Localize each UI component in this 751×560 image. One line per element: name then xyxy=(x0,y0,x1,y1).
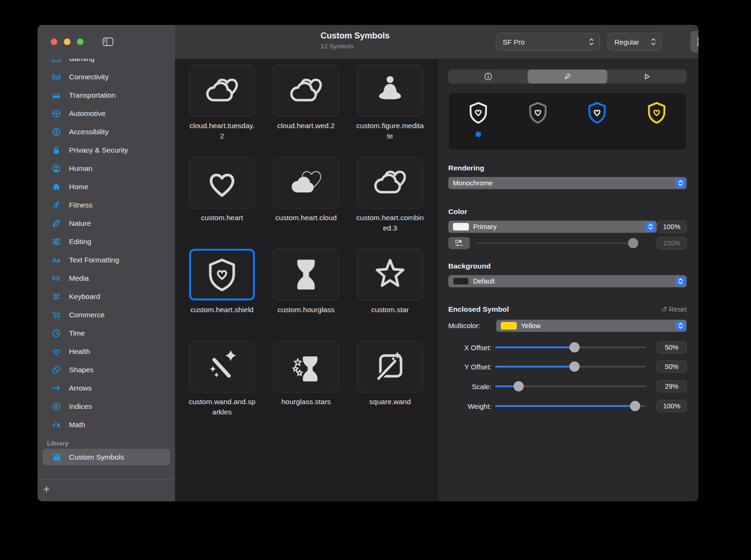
sidebar-item-label: Time xyxy=(69,329,85,338)
custom.figure.meditate-icon xyxy=(369,70,411,111)
weight-slider[interactable] xyxy=(495,400,646,412)
y-offset-slider[interactable] xyxy=(495,361,646,373)
symbol-tile-custom.wand.and.sparkles[interactable] xyxy=(189,341,255,392)
scale-slider-knob[interactable] xyxy=(513,381,524,391)
opacity-mode-button[interactable] xyxy=(448,237,470,249)
sidebar-item-human[interactable]: Human xyxy=(38,159,175,177)
x-offset-slider-knob[interactable] xyxy=(569,342,580,353)
sidebar-item-gaming[interactable]: Gaming xyxy=(38,59,175,68)
color-popup[interactable]: Primary xyxy=(448,221,657,233)
sidebar-item-accessibility[interactable]: Accessibility xyxy=(38,123,175,141)
rendering-label: Rendering xyxy=(448,164,687,172)
page-indicator-dot[interactable] xyxy=(654,131,659,137)
scale-slider[interactable] xyxy=(495,380,646,392)
reset-button[interactable]: ↺ Reset xyxy=(661,306,687,313)
sidebar-item-health[interactable]: Health xyxy=(38,342,175,361)
tab-info[interactable] xyxy=(448,69,528,84)
symbol-tile-custom.heart.cloud[interactable] xyxy=(273,157,339,208)
page-indicator-dot[interactable] xyxy=(594,131,600,137)
symbol-tile-custom.heart.combined.3[interactable] xyxy=(357,157,423,208)
sidebar-item-time[interactable]: Time xyxy=(38,324,175,342)
y-offset-value-field[interactable]: 50% xyxy=(657,361,687,373)
y-offset-label: Y Offset: xyxy=(448,363,491,371)
symbol-cell: custom.heart.shield xyxy=(189,249,255,341)
sidebar-toggle-icon[interactable] xyxy=(101,36,115,47)
sidebar-item-label: Math xyxy=(69,421,85,429)
sidebar-item-automotive[interactable]: Automotive xyxy=(38,104,175,123)
x-offset-slider[interactable] xyxy=(495,341,646,353)
variant-white[interactable] xyxy=(465,99,492,137)
minimize-window-button[interactable] xyxy=(64,38,70,45)
symbol-tile-custom.heart.shield[interactable] xyxy=(189,249,255,300)
font-weight-popup[interactable]: Regular xyxy=(607,33,662,51)
automotive-icon xyxy=(50,108,62,119)
font-weight-value: Regular xyxy=(614,38,646,46)
sidebar-item-label: Arrows xyxy=(69,384,92,392)
indices-icon: A xyxy=(50,401,62,412)
sidebar-item-home[interactable]: Home xyxy=(38,177,175,196)
opacity-slider[interactable] xyxy=(475,237,638,249)
sidebar-item-media[interactable]: Media xyxy=(38,269,175,287)
symbol-tile-cloud.heart.tuesday.2[interactable] xyxy=(189,65,255,116)
variant-preview xyxy=(448,92,687,150)
variant-gray[interactable] xyxy=(524,99,552,137)
sidebar-item-custom-symbols[interactable]: Custom Symbols xyxy=(43,449,170,465)
symbol-tile-custom.figure.meditate[interactable] xyxy=(357,65,423,116)
multicolor-label: Multicolor: xyxy=(448,322,480,330)
variant-blue[interactable] xyxy=(583,99,611,137)
symbol-tile-custom.heart[interactable] xyxy=(189,157,255,208)
titlebar-sidebar-section xyxy=(38,25,175,59)
sidebar-item-label: Privacy & Security xyxy=(69,146,128,154)
custom.heart-icon xyxy=(201,162,243,203)
sidebar-item-arrows[interactable]: Arrows xyxy=(38,379,175,397)
paintbrush-tab-icon xyxy=(563,72,572,81)
sidebar-item-privacy-security[interactable]: Privacy & Security xyxy=(38,141,175,159)
sidebar-item-nature[interactable]: Nature xyxy=(38,214,175,232)
sidebar-item-text-formatting[interactable]: AaText Formatting xyxy=(38,251,175,269)
scale-value-field[interactable]: 29% xyxy=(657,380,687,392)
zoom-window-button[interactable] xyxy=(77,38,84,45)
page-indicator-dot[interactable] xyxy=(535,131,541,137)
symbol-tile-hourglass.stars[interactable] xyxy=(273,341,339,392)
weight-value-field[interactable]: 100% xyxy=(657,400,687,412)
sidebar-item-commerce[interactable]: Commerce xyxy=(38,306,175,324)
symbol-tile-square.wand[interactable] xyxy=(357,341,423,392)
editing-icon xyxy=(50,237,62,247)
symbol-tile-custom.star[interactable] xyxy=(357,249,423,300)
font-family-popup[interactable]: SF Pro xyxy=(496,33,600,51)
opacity-slider-knob[interactable] xyxy=(628,238,638,248)
weight-slider-knob[interactable] xyxy=(630,401,640,411)
multicolor-popup[interactable]: Yellow xyxy=(496,320,687,332)
sidebar-item-fitness[interactable]: Fitness xyxy=(38,196,175,214)
page-subtitle: 12 Symbols xyxy=(321,43,390,50)
tab-paintbrush[interactable] xyxy=(528,69,607,84)
sidebar-item-keyboard[interactable]: ⌘Keyboard xyxy=(38,287,175,306)
add-library-button[interactable]: + xyxy=(43,483,50,495)
close-window-button[interactable] xyxy=(51,38,57,45)
sidebar-item-math[interactable]: √xMath xyxy=(38,415,175,434)
y-offset-slider-knob[interactable] xyxy=(569,361,580,372)
multicolor-swatch xyxy=(501,322,517,330)
shield-heart-icon xyxy=(643,99,670,126)
page-indicator-dot[interactable] xyxy=(475,131,481,137)
grid-view-button[interactable] xyxy=(690,31,698,53)
tab-play[interactable] xyxy=(607,69,687,84)
opacity-percent-field[interactable]: 100% xyxy=(657,237,687,249)
symbol-tile-custom.hourglass[interactable] xyxy=(273,249,339,300)
sidebar-item-connectivity[interactable]: Connectivity xyxy=(38,68,175,86)
background-popup[interactable]: Default xyxy=(448,275,687,287)
sidebar-item-transportation[interactable]: Transportation xyxy=(38,86,175,104)
stepper-icon xyxy=(645,222,655,231)
x-offset-value-field[interactable]: 50% xyxy=(657,341,687,353)
info-tab-icon xyxy=(483,72,493,81)
symbol-tile-cloud.heart.wed.2[interactable] xyxy=(273,65,339,116)
custom.star-icon xyxy=(369,254,411,295)
sidebar-item-indices[interactable]: AIndices xyxy=(38,397,175,415)
multicolor-value: Yellow xyxy=(521,322,675,330)
background-swatch xyxy=(453,277,469,285)
rendering-popup[interactable]: Monochrome xyxy=(448,177,687,189)
sidebar-item-editing[interactable]: Editing xyxy=(38,232,175,251)
sidebar-item-shapes[interactable]: Shapes xyxy=(38,361,175,379)
variant-yellow[interactable] xyxy=(643,99,670,137)
color-percent-field[interactable]: 100% xyxy=(657,221,687,233)
